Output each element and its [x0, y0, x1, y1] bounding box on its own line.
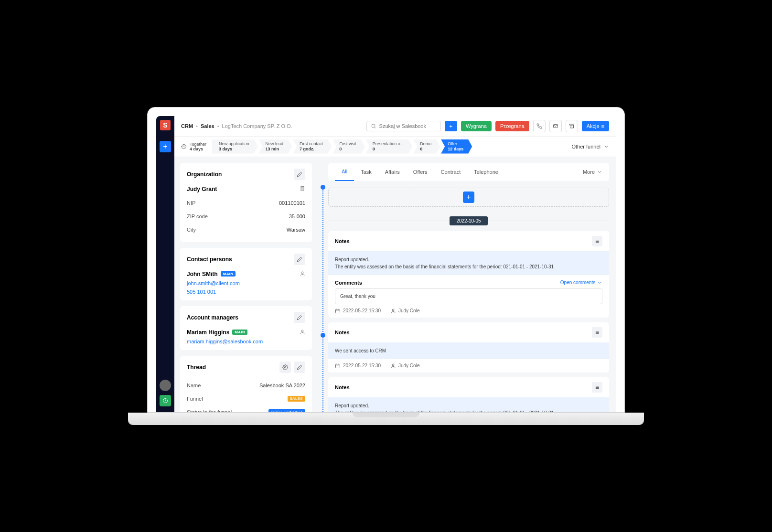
managers-card: Account managers Mariam Higgins MAIN — [180, 306, 312, 350]
svg-point-5 — [301, 272, 303, 274]
edit-button[interactable] — [294, 362, 305, 373]
note-title: Notes — [335, 238, 350, 244]
date-divider: 2022-10-05 — [328, 216, 609, 225]
timestamp: 2022-05-22 15:30 — [335, 308, 381, 314]
status-badge: FIRST CONTACT — [268, 409, 305, 412]
note-body: Report updated. The entity was assessed … — [328, 397, 609, 412]
svg-rect-8 — [336, 309, 340, 313]
card-title: Thread — [187, 364, 206, 371]
nav-add-button[interactable]: + — [160, 141, 171, 152]
settings-button[interactable] — [279, 362, 291, 373]
svg-rect-3 — [569, 124, 574, 125]
thread-card: Thread NameSalesbook SA 2022 FunnelSALES… — [180, 356, 312, 412]
contacts-card: Contact persons John SMith MAIN john. — [180, 248, 312, 300]
lost-button[interactable]: Przegrana — [495, 121, 529, 131]
manager-email[interactable]: mariam.higgins@salesbook.com — [187, 339, 305, 344]
org-name: Judy Grant — [187, 186, 217, 192]
sales-badge: SALES — [288, 396, 305, 402]
note-card: Notes ≡ We sent access to CRM 2022-05-22… — [328, 322, 609, 372]
timeline-dot — [321, 185, 325, 190]
timeline-dot — [321, 333, 325, 338]
tab-contract[interactable]: Contract — [434, 163, 468, 181]
breadcrumb-crm[interactable]: CRM — [181, 123, 193, 129]
activity-tabs: All Task Affairs Offers Contract Telepho… — [328, 163, 609, 181]
comment-text: Great, thank you — [335, 288, 602, 304]
note-card: Notes ≡ Report updated. The entity was a… — [328, 231, 609, 318]
author: Judy Cole — [390, 308, 419, 314]
sidebar-nav: S + — [156, 116, 174, 412]
tabs-more[interactable]: More — [583, 169, 602, 175]
tab-task[interactable]: Task — [354, 163, 378, 181]
avatar[interactable] — [160, 380, 171, 391]
phone-icon[interactable] — [533, 120, 546, 132]
open-comments-link[interactable]: Open comments — [560, 280, 602, 286]
timeline-gutter — [318, 157, 328, 412]
contact-phone[interactable]: 505 101 001 — [187, 289, 305, 295]
note-menu-button[interactable]: ≡ — [592, 327, 602, 338]
breadcrumb-sales[interactable]: Sales — [201, 123, 214, 129]
person-icon — [300, 271, 305, 277]
calendar-icon — [335, 308, 341, 314]
other-funnel-dropdown[interactable]: Other funnel — [571, 144, 609, 149]
activity-panel: All Task Affairs Offers Contract Telepho… — [328, 157, 616, 412]
note-title: Notes — [335, 384, 350, 390]
svg-point-9 — [392, 309, 394, 311]
edit-button[interactable] — [294, 169, 305, 180]
svg-point-7 — [285, 366, 286, 368]
actions-button[interactable]: Akcje ≡ — [582, 121, 609, 131]
funnel-stage[interactable]: First contact7 godz. — [293, 139, 332, 154]
organization-card: Organization Judy Grant NIP001100101 ZIP… — [180, 163, 312, 242]
tab-all[interactable]: All — [335, 163, 354, 181]
history-icon — [181, 144, 187, 149]
note-body: Report updated. The entity was assessed … — [328, 251, 609, 275]
svg-rect-10 — [336, 364, 340, 368]
app-root: S + CRM • Sales • LogTec — [156, 116, 616, 412]
note-body: We sent access to CRM — [328, 342, 609, 359]
topbar-plus-button[interactable]: + — [445, 121, 457, 131]
chevron-down-icon — [603, 144, 609, 149]
svg-point-11 — [392, 364, 394, 366]
breadcrumb-company: LogTech Company SP. Z O.O. — [222, 123, 292, 129]
won-button[interactable]: Wygrana — [461, 121, 492, 131]
tab-offers[interactable]: Offers — [407, 163, 434, 181]
note-card: Notes ≡ Report updated. The entity was a… — [328, 377, 609, 412]
funnel-stage[interactable]: New lead13 min — [259, 139, 292, 154]
app-logo[interactable]: S — [160, 120, 171, 130]
tab-affairs[interactable]: Affairs — [378, 163, 407, 181]
edit-button[interactable] — [294, 254, 305, 265]
author: Judy Cole — [390, 363, 419, 369]
search-box[interactable] — [366, 121, 441, 131]
contact-email[interactable]: john.smith@client.com — [187, 280, 305, 286]
svg-rect-4 — [301, 186, 304, 191]
note-menu-button[interactable]: ≡ — [592, 236, 602, 246]
menu-icon: ≡ — [601, 123, 604, 129]
date-chip: 2022-10-05 — [450, 216, 487, 225]
topbar: CRM • Sales • LogTech Company SP. Z O.O.… — [174, 116, 616, 137]
funnel-together: Together 4 days — [181, 142, 212, 151]
left-column: Organization Judy Grant NIP001100101 ZIP… — [174, 157, 318, 412]
main-badge: MAIN — [232, 330, 247, 335]
building-icon — [300, 186, 305, 192]
chevron-down-icon — [597, 280, 602, 286]
funnel-stage[interactable]: Demo0 — [413, 139, 440, 154]
funnel-stage[interactable]: New application3 days — [212, 139, 258, 154]
card-title: Contact persons — [187, 256, 232, 263]
funnel-stage-active[interactable]: Offer12 days — [441, 139, 472, 154]
mail-icon[interactable] — [549, 120, 562, 132]
clock-icon[interactable] — [160, 395, 171, 406]
funnel-stage[interactable]: Presentation o...0 — [366, 139, 413, 154]
note-menu-button[interactable]: ≡ — [592, 382, 602, 393]
card-title: Organization — [187, 171, 222, 178]
tab-telephone[interactable]: Telephone — [467, 163, 505, 181]
person-icon — [300, 329, 305, 336]
archive-icon[interactable] — [566, 120, 578, 132]
comments-title: Comments — [335, 280, 362, 286]
search-input[interactable] — [379, 123, 437, 129]
add-activity-area[interactable]: + — [328, 188, 609, 207]
card-title: Account managers — [187, 314, 238, 321]
edit-button[interactable] — [294, 312, 305, 323]
svg-point-1 — [372, 124, 375, 128]
add-activity-button[interactable]: + — [463, 192, 474, 203]
funnel-stage[interactable]: First visit0 — [332, 139, 365, 154]
calendar-icon — [335, 363, 341, 369]
